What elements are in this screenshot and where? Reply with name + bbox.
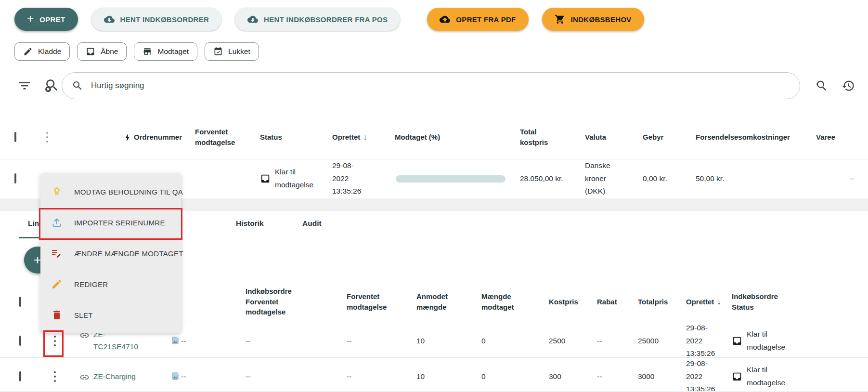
column-total-cost[interactable]: Total kostpris: [520, 127, 585, 148]
cloud-upload-icon: [440, 14, 450, 25]
tab-history[interactable]: Historik: [236, 219, 264, 228]
column-total-price[interactable]: Totalpris: [638, 297, 686, 307]
filter-list-button[interactable]: [17, 78, 32, 93]
line-discount: --: [597, 370, 638, 383]
search-input[interactable]: [90, 80, 790, 91]
column-po-status[interactable]: Indkøbsordre Status: [732, 291, 828, 313]
filter-chip-closed[interactable]: Lukket: [205, 42, 259, 61]
column-received-qty[interactable]: Mængde modtaget: [481, 291, 549, 313]
lines-select-all-checkbox[interactable]: [19, 297, 21, 307]
order-shipping-costs: 50,00 kr.: [696, 172, 816, 185]
plus-icon: +: [27, 13, 34, 25]
line-created: 29-08-2022 13:35:26: [686, 357, 732, 392]
column-shipping-costs[interactable]: Forsendelsesomkostninger: [696, 132, 816, 143]
column-status[interactable]: Status: [260, 132, 332, 143]
column-received-pct[interactable]: Modtaget (%): [395, 132, 520, 143]
select-all-checkbox[interactable]: [14, 132, 16, 142]
sort-arrow-icon: ↓: [717, 298, 721, 306]
fetch-purchase-orders-button[interactable]: HENT INDKØBSORDRER: [91, 8, 222, 31]
column-fee[interactable]: Gebyr: [643, 132, 696, 143]
search-off-icon: [44, 78, 60, 93]
menu-item-import-serial-numbers[interactable]: IMPORTER SERIENUMRE: [40, 207, 181, 238]
line-cost-price: 300: [549, 370, 597, 383]
order-status: Klar til modtagelse: [260, 166, 332, 191]
clear-search-button[interactable]: [44, 78, 60, 93]
inbox-status-icon: [260, 173, 271, 184]
inbox-status-icon: [732, 371, 742, 382]
line-checkbox[interactable]: [19, 336, 21, 346]
filter-chip-received-label: Modtaget: [157, 47, 189, 56]
header-kebab-menu[interactable]: [37, 129, 58, 146]
filter-chip-closed-label: Lukket: [228, 47, 250, 56]
column-items-clipped[interactable]: Varee: [816, 132, 859, 143]
divider: [0, 391, 868, 392]
column-cost-price[interactable]: Kostpris: [549, 297, 597, 307]
orders-table-header: Ordrenummer Forventet modtagelse Status …: [0, 116, 868, 159]
filter-chip-received[interactable]: Modtaget: [134, 42, 197, 61]
line-received-qty: 0: [481, 335, 549, 348]
menu-item-edit[interactable]: REDIGER: [40, 269, 181, 300]
column-line-created[interactable]: Oprettet↓: [686, 296, 732, 307]
filter-chip-open[interactable]: Åbne: [77, 42, 127, 61]
purchase-needs-button[interactable]: INDKØBSBEHOV: [542, 8, 644, 31]
column-line-expected-receipt[interactable]: Forventet modtagelse: [347, 291, 416, 313]
menu-item-delete[interactable]: SLET: [40, 300, 181, 330]
history-icon: [842, 79, 855, 92]
line-total-price: 3000: [638, 370, 686, 383]
calendar-check-icon: [213, 47, 223, 56]
order-created: 29-08-2022 13:35:26: [332, 159, 395, 198]
line-kebab-menu[interactable]: [42, 368, 67, 385]
filter-chip-draft[interactable]: Kladde: [14, 42, 70, 61]
line-po-status: Klar til modtagelse: [732, 364, 828, 389]
history-button[interactable]: [842, 79, 855, 92]
status-filter-chips: Kladde Åbne Modtaget Lukket: [14, 42, 259, 61]
column-created[interactable]: Oprettet↓: [332, 131, 395, 143]
order-currency: Danske kroner (DKK): [585, 159, 643, 198]
create-button[interactable]: + OPRET: [14, 8, 78, 31]
menu-item-receive-to-qa[interactable]: MODTAG BEHOLDNING TIL QA: [40, 176, 181, 207]
product-link[interactable]: ZE-Charging: [67, 371, 161, 383]
line-po-status: Klar til modtagelse: [732, 328, 828, 353]
quick-search-box[interactable]: [62, 72, 800, 99]
column-expected-receipt[interactable]: Forventet modtagelse: [195, 127, 260, 148]
order-items: --: [816, 172, 859, 185]
purchase-orders-page: + OPRET HENT INDKØBSORDRER HENT INDKØBSO…: [0, 0, 868, 392]
row-checkbox[interactable]: [14, 173, 16, 183]
column-currency[interactable]: Valuta: [585, 132, 643, 143]
upload-icon: [51, 217, 63, 228]
tab-audit[interactable]: Audit: [302, 219, 322, 228]
line-cost-price: 2500: [549, 335, 597, 348]
order-total-cost: 28.050,00 kr.: [520, 172, 585, 185]
store-icon: [143, 47, 152, 56]
edit-list-icon: [51, 248, 63, 259]
order-fee: 0,00 kr.: [643, 172, 696, 185]
line-created: 29-08-2022 13:35:26: [686, 322, 732, 360]
inbox-status-icon: [732, 336, 742, 346]
pencil-icon: [23, 47, 33, 56]
cart-icon: [555, 14, 565, 25]
line-discount: --: [597, 335, 638, 348]
link-icon: [79, 372, 90, 382]
column-discount[interactable]: Rabat: [597, 297, 638, 307]
create-from-pdf-button[interactable]: OPRET FRA PDF: [427, 8, 528, 31]
line-total-price: 25000: [638, 335, 686, 348]
line-expected: --: [347, 370, 416, 383]
line-checkbox[interactable]: [19, 371, 21, 381]
broken-image-icon: [171, 336, 180, 345]
medal-icon: [51, 186, 63, 197]
column-po-expected-receipt[interactable]: Indkøbsordre Forventet modtagelse: [246, 286, 347, 317]
top-toolbar: + OPRET HENT INDKØBSORDRER HENT INDKØBSO…: [14, 8, 644, 31]
received-progress-bar: [396, 175, 505, 183]
row-context-menu: MODTAG BEHOLDNING TIL QA IMPORTER SERIEN…: [40, 173, 181, 333]
saved-search-button[interactable]: [815, 79, 828, 92]
line-received-qty: 0: [481, 370, 549, 383]
fetch-purchase-orders-pos-button[interactable]: HENT INDKØBSORDRER FRA POS: [235, 8, 400, 31]
menu-item-change-received-qty[interactable]: ÆNDRE MÆNGDE MODTAGET: [40, 238, 181, 269]
line-kebab-menu[interactable]: [42, 332, 67, 350]
column-order-number[interactable]: Ordrenummer: [123, 132, 195, 143]
column-requested-qty[interactable]: Anmodet mængde: [416, 291, 481, 313]
cloud-download-icon: [104, 14, 115, 25]
fetch-purchase-orders-pos-label: HENT INDKØBSORDRER FRA POS: [264, 15, 388, 24]
sort-arrow-icon: ↓: [363, 133, 367, 141]
line-row[interactable]: ZE-Charging -- -- -- 10 0 300 -- 3000 29…: [0, 357, 868, 392]
